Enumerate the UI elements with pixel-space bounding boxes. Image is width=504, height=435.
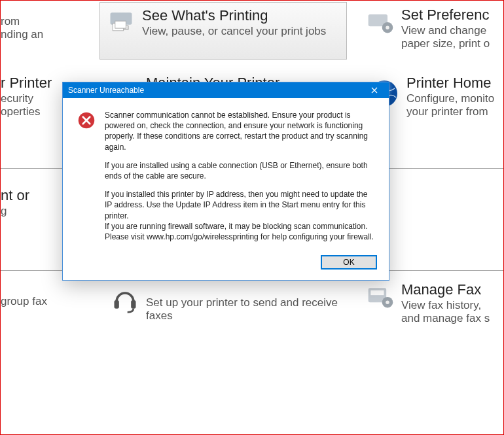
tile-set-preferences[interactable]: Set Preferenc View and change paper size… — [359, 2, 504, 56]
tile-desc: View and change paper size, print o — [401, 24, 490, 50]
svg-point-13 — [386, 300, 389, 304]
tile-title: nt or — [1, 188, 66, 203]
tile-see-whats-printing[interactable]: See What's Printing View, pause, or canc… — [99, 2, 347, 60]
dialog-p3: If you installed this printer by IP addr… — [105, 189, 374, 221]
tile-title: r Printer — [1, 75, 66, 91]
tile-desc: group fax — [1, 295, 66, 308]
dialog-titlebar[interactable]: Scanner Unreachable — [63, 82, 389, 98]
cell-text: rom — [1, 15, 66, 28]
dialog-p1: Scanner communication cannot be establis… — [105, 110, 374, 152]
svg-rect-9 — [131, 300, 135, 309]
grid-cell-partial-left-4[interactable]: group fax — [0, 290, 73, 315]
cell-text: nding an — [1, 28, 66, 41]
tile-printer-home[interactable]: Printer Home Configure, monito your prin… — [400, 70, 504, 124]
error-icon — [77, 111, 96, 130]
tile-fax-setup[interactable]: Set up your printer to send and receive … — [104, 281, 346, 328]
grid-cell-partial-left-1[interactable]: rom nding an — [0, 10, 73, 47]
dialog-message: Scanner communication cannot be establis… — [105, 110, 374, 242]
tile-desc: ecurity operties — [1, 92, 66, 118]
dialog-title: Scanner Unreachable — [68, 82, 144, 98]
tile-desc: Set up your printer to send and receive … — [146, 296, 340, 322]
ok-button[interactable]: OK — [321, 255, 377, 270]
fax-gear-icon — [366, 282, 395, 311]
close-icon — [371, 87, 378, 94]
printer-queue-icon — [107, 8, 135, 37]
close-button[interactable] — [360, 82, 389, 98]
error-dialog: Scanner Unreachable Scanner communicatio… — [62, 82, 389, 281]
tile-title: Printer Home — [406, 75, 504, 91]
tile-title: Set Preferenc — [401, 7, 490, 23]
dialog-p2: If you are installed using a cable conne… — [105, 160, 374, 181]
headset-icon — [111, 286, 139, 315]
tile-desc: g — [1, 205, 66, 218]
dialog-p4: If you are running firewall software, it… — [105, 221, 374, 242]
svg-rect-11 — [370, 290, 384, 295]
tile-desc: View fax history, and manage fax s — [401, 299, 490, 324]
tile-title: See What's Printing — [142, 8, 326, 24]
tile-desc: View, pause, or cancel your print jobs — [142, 25, 326, 38]
svg-point-6 — [386, 26, 389, 29]
tile-desc: Configure, monito your printer from — [406, 92, 504, 118]
tile-manage-fax[interactable]: Manage Fax View fax history, and manage … — [359, 277, 504, 331]
svg-rect-3 — [115, 21, 126, 28]
tile-title: Manage Fax — [401, 282, 490, 298]
printer-gear-icon — [366, 7, 395, 36]
svg-rect-8 — [115, 300, 119, 309]
